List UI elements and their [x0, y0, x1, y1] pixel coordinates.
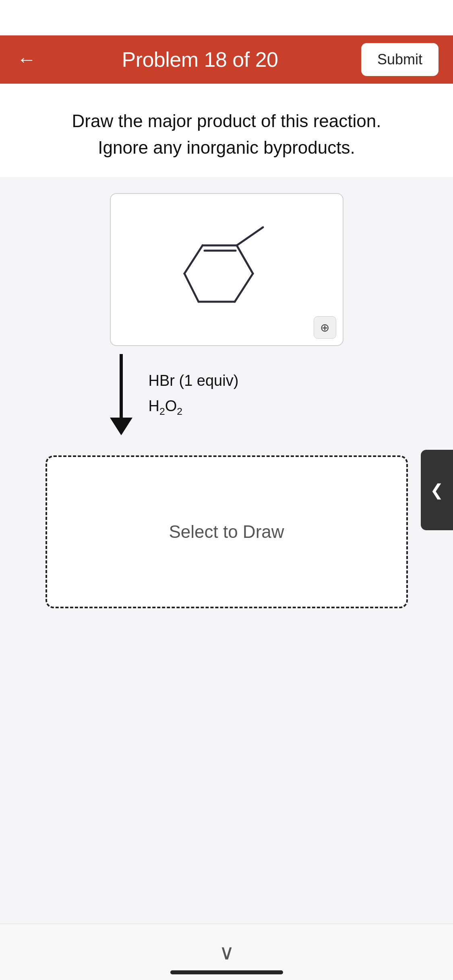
problem-title: Problem 18 of 20	[122, 47, 278, 72]
reagent2-label: H2O2	[149, 397, 239, 417]
arrow-column	[110, 354, 132, 435]
back-button[interactable]: ←	[14, 47, 39, 72]
question-line1: Draw the major product of this reaction.	[72, 111, 381, 131]
question-text: Draw the major product of this reaction.…	[0, 84, 453, 177]
svg-line-1	[235, 274, 253, 302]
reaction-arrow-section: HBr (1 equiv) H2O2	[110, 354, 343, 435]
submit-button[interactable]: Submit	[361, 43, 439, 76]
reagent1-label: HBr (1 equiv)	[149, 372, 239, 389]
content-area: ⊕ HBr (1 equiv) H2O2 Select to Draw	[0, 177, 453, 624]
molecule-diagram: ⊕	[110, 193, 343, 346]
molecule-svg	[166, 213, 287, 326]
question-line2: Ignore any inorganic byproducts.	[98, 138, 355, 157]
side-panel-chevron-icon: ❮	[430, 481, 444, 499]
home-indicator	[170, 970, 283, 974]
arrow-head	[110, 418, 132, 435]
answer-draw-area[interactable]: Select to Draw	[46, 455, 408, 608]
zoom-icon: ⊕	[320, 321, 329, 334]
side-panel-handle[interactable]: ❮	[421, 450, 453, 530]
svg-line-2	[237, 245, 253, 274]
back-arrow-icon: ←	[17, 50, 36, 69]
arrow-line	[120, 354, 123, 418]
bottom-chevron-icon[interactable]: ∨	[219, 940, 234, 964]
svg-line-6	[184, 274, 199, 302]
select-to-draw-label: Select to Draw	[169, 522, 284, 542]
header: ← Problem 18 of 20 Submit	[0, 35, 453, 84]
zoom-button[interactable]: ⊕	[314, 316, 336, 339]
reaction-labels: HBr (1 equiv) H2O2	[149, 372, 239, 417]
main-content: Draw the major product of this reaction.…	[0, 84, 453, 980]
svg-line-5	[184, 245, 203, 274]
status-bar	[0, 0, 453, 35]
svg-line-7	[237, 227, 263, 245]
